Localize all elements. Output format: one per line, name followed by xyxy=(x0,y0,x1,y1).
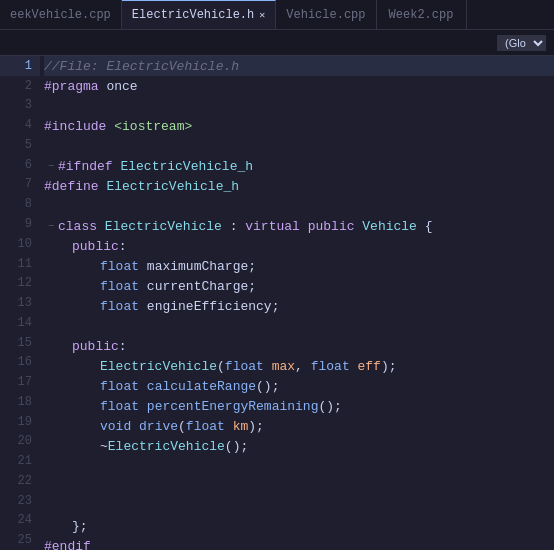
tab-Week2[interactable]: Week2.cpp xyxy=(377,0,467,29)
line-number-5: 5 xyxy=(0,135,40,155)
line-number-22: 22 xyxy=(0,471,40,491)
fold-icon[interactable]: − xyxy=(44,216,58,236)
code-line-5 xyxy=(44,136,554,156)
code-line-16: ElectricVehicle(float max, float eff); xyxy=(44,356,554,376)
close-tab-icon[interactable]: ✕ xyxy=(259,9,265,21)
tab-label: eekVehicle.cpp xyxy=(10,8,111,22)
code-line-7: #define ElectricVehicle_h xyxy=(44,176,554,196)
code-line-13: float engineEfficiency; xyxy=(44,296,554,316)
code-area[interactable]: //File: ElectricVehicle.h#pragma once#in… xyxy=(40,56,554,550)
code-line-19: void drive(float km); xyxy=(44,416,554,436)
code-line-12: float currentCharge; xyxy=(44,276,554,296)
tab-label: Week2.cpp xyxy=(389,8,454,22)
code-line-1: //File: ElectricVehicle.h xyxy=(44,56,554,76)
line-number-14: 14 xyxy=(0,313,40,333)
code-line-6: −#ifndef ElectricVehicle_h xyxy=(44,156,554,176)
line-number-13: 13 xyxy=(0,293,40,313)
code-line-14 xyxy=(44,316,554,336)
line-number-6: 6 xyxy=(0,155,40,175)
code-line-17: float calculateRange(); xyxy=(44,376,554,396)
line-number-19: 19 xyxy=(0,412,40,432)
code-line-21 xyxy=(44,456,554,476)
code-line-4: #include <iostream> xyxy=(44,116,554,136)
tab-label: Vehicle.cpp xyxy=(286,8,365,22)
line-number-24: 24 xyxy=(0,511,40,531)
code-line-22 xyxy=(44,476,554,496)
code-line-24: }; xyxy=(44,516,554,536)
code-line-10: public: xyxy=(44,236,554,256)
tab-Vehicle[interactable]: Vehicle.cpp xyxy=(276,0,376,29)
line-number-2: 2 xyxy=(0,76,40,96)
line-number-25: 25 xyxy=(0,530,40,550)
fold-icon[interactable]: − xyxy=(44,156,58,176)
line-numbers: 1234567891011121314151617181920212223242… xyxy=(0,56,40,550)
line-number-3: 3 xyxy=(0,96,40,116)
tab-ElectricVehicle[interactable]: ElectricVehicle.h ✕ xyxy=(122,0,276,29)
line-number-17: 17 xyxy=(0,372,40,392)
line-number-20: 20 xyxy=(0,432,40,452)
line-number-15: 15 xyxy=(0,333,40,353)
tab-label-active: ElectricVehicle.h xyxy=(132,8,254,22)
tab-eekVehicle[interactable]: eekVehicle.cpp xyxy=(0,0,122,29)
code-line-11: float maximumCharge; xyxy=(44,256,554,276)
line-number-1: 1 xyxy=(0,56,40,76)
line-number-16: 16 xyxy=(0,352,40,372)
debug-bar: (Glo xyxy=(0,30,554,56)
line-number-12: 12 xyxy=(0,273,40,293)
code-line-8 xyxy=(44,196,554,216)
code-line-3 xyxy=(44,96,554,116)
line-number-18: 18 xyxy=(0,392,40,412)
line-number-10: 10 xyxy=(0,234,40,254)
code-line-2: #pragma once xyxy=(44,76,554,96)
line-number-4: 4 xyxy=(0,115,40,135)
line-number-11: 11 xyxy=(0,254,40,274)
line-number-21: 21 xyxy=(0,451,40,471)
line-number-9: 9 xyxy=(0,214,40,234)
code-line-9: −class ElectricVehicle : virtual public … xyxy=(44,216,554,236)
line-number-23: 23 xyxy=(0,491,40,511)
tab-bar: eekVehicle.cpp ElectricVehicle.h ✕ Vehic… xyxy=(0,0,554,30)
scope-dropdown[interactable]: (Glo xyxy=(497,35,546,51)
code-line-20: ~ElectricVehicle(); xyxy=(44,436,554,456)
line-number-8: 8 xyxy=(0,194,40,214)
code-line-25: #endif xyxy=(44,536,554,550)
editor: 1234567891011121314151617181920212223242… xyxy=(0,56,554,550)
code-line-18: float percentEnergyRemaining(); xyxy=(44,396,554,416)
line-number-7: 7 xyxy=(0,175,40,195)
code-line-15: public: xyxy=(44,336,554,356)
code-line-23 xyxy=(44,496,554,516)
